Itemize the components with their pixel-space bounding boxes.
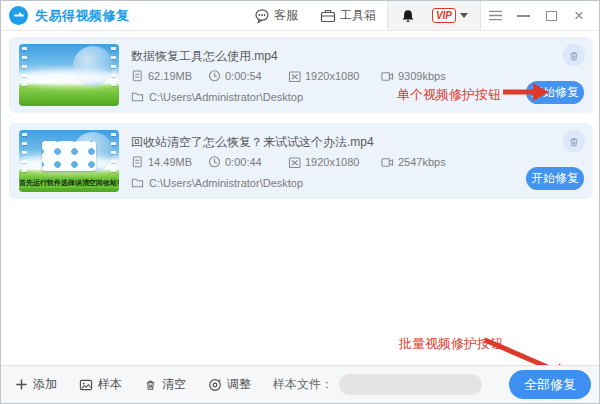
- plus-icon: [15, 378, 28, 391]
- chevron-down-icon: [460, 13, 468, 18]
- folder-icon: [131, 176, 144, 189]
- toolbox-icon: [320, 8, 336, 24]
- bottom-toolbar: 添加 样本 清空 调整 样本文件： 全部修复: [1, 365, 599, 403]
- file-size-icon: [131, 69, 144, 83]
- trash-icon: [568, 135, 580, 148]
- file-path: C:\Users\Administrator\Desktop: [149, 91, 303, 103]
- video-thumbnail: [19, 44, 119, 106]
- bitrate-film-icon: [380, 70, 394, 83]
- annotation-single-repair: 单个视频修护按钮: [397, 86, 501, 104]
- vip-menu[interactable]: VIP: [432, 8, 468, 23]
- repair-all-button[interactable]: 全部修复: [509, 370, 591, 399]
- file-duration: 0:00:44: [225, 156, 262, 168]
- folder-icon: [131, 90, 144, 103]
- repair-single-button[interactable]: 开始修复: [526, 81, 584, 104]
- titlebar-right: 客服 工具箱 VIP ×: [243, 1, 599, 30]
- file-path-row: C:\Users\Administrator\Desktop: [131, 90, 303, 103]
- image-icon: [79, 378, 93, 392]
- window-controls: ×: [481, 1, 599, 31]
- toolbox-label: 工具箱: [340, 7, 376, 24]
- app-logo-icon: [9, 6, 28, 25]
- clear-label: 清空: [162, 376, 186, 393]
- trash-icon: [568, 49, 580, 62]
- notification-bell-icon[interactable]: [400, 9, 416, 23]
- close-button[interactable]: ×: [565, 1, 593, 31]
- repair-single-button[interactable]: 开始修复: [526, 167, 584, 190]
- resolution-icon: [288, 156, 301, 169]
- app-window: 失易得视频修复 客服 工具箱 VIP: [0, 0, 600, 404]
- file-meta-row: 14.49MB 0:00:44 1920x1080 2547kbps: [131, 155, 446, 169]
- main-menu-button[interactable]: [481, 1, 509, 31]
- video-thumbnail: 首先运行软件选择误清空回收站功能: [19, 130, 119, 192]
- file-meta-row: 62.19MB 0:00:54 1920x1080 9309kbps: [131, 69, 446, 83]
- file-path-row: C:\Users\Administrator\Desktop: [131, 176, 303, 189]
- titlebar-left: 失易得视频修复: [1, 6, 130, 25]
- trash-icon: [144, 378, 157, 391]
- titlebar: 失易得视频修复 客服 工具箱 VIP: [1, 1, 599, 31]
- thumbnail-desktop-icons: [22, 133, 27, 175]
- hamburger-menu-icon: [488, 9, 503, 22]
- bitrate-film-icon: [380, 156, 394, 169]
- sample-button[interactable]: 样本: [79, 376, 122, 393]
- file-name: 数据恢复工具怎么使用.mp4: [131, 48, 278, 65]
- file-bitrate: 9309kbps: [398, 70, 446, 82]
- annotation-batch-repair: 批量视频修护按钮: [399, 335, 503, 353]
- toolbox-button[interactable]: 工具箱: [309, 1, 387, 30]
- thumbnail-desktop-icons: [22, 47, 27, 89]
- add-label: 添加: [33, 376, 57, 393]
- file-size: 14.49MB: [148, 156, 192, 168]
- close-icon: ×: [574, 7, 584, 24]
- minimize-icon: [517, 15, 530, 17]
- maximize-button[interactable]: [537, 1, 565, 31]
- thumbnail-dialog: [42, 141, 96, 171]
- minimize-button[interactable]: [509, 1, 537, 31]
- file-bitrate: 2547kbps: [398, 156, 446, 168]
- adjust-dial-icon: [208, 378, 222, 392]
- adjust-label: 调整: [227, 376, 251, 393]
- resolution-icon: [288, 70, 301, 83]
- video-file-row: 首先运行软件选择误清空回收站功能 回收站清空了怎么恢复？来试试这个办法.mp4 …: [9, 123, 593, 199]
- vip-badge: VIP: [432, 8, 456, 23]
- maximize-icon: [546, 11, 557, 21]
- file-path: C:\Users\Administrator\Desktop: [149, 177, 303, 189]
- delete-file-button[interactable]: [563, 44, 585, 66]
- sample-label: 样本: [98, 376, 122, 393]
- file-resolution: 1920x1080: [305, 70, 359, 82]
- speech-bubble-icon: [254, 8, 270, 24]
- customer-service-button[interactable]: 客服: [243, 1, 309, 30]
- titlebar-gray-zone: VIP: [387, 1, 481, 30]
- adjust-button[interactable]: 调整: [208, 376, 251, 393]
- app-title: 失易得视频修复: [35, 7, 130, 25]
- clear-button[interactable]: 清空: [144, 376, 186, 393]
- add-button[interactable]: 添加: [15, 376, 57, 393]
- file-name: 回收站清空了怎么恢复？来试试这个办法.mp4: [131, 134, 374, 151]
- delete-file-button[interactable]: [563, 130, 585, 152]
- thumbnail-desktop-icons: [111, 47, 116, 89]
- video-file-row: 数据恢复工具怎么使用.mp4 62.19MB 0:00:54 1920x1080…: [9, 37, 593, 113]
- sample-file-label: 样本文件：: [273, 376, 333, 393]
- duration-clock-icon: [208, 155, 221, 169]
- thumbnail-clouds: [19, 70, 119, 86]
- thumbnail-desktop-icons: [111, 133, 116, 175]
- file-size-icon: [131, 155, 144, 169]
- thumbnail-banner-text: 首先运行软件选择误清空回收站功能: [19, 177, 119, 188]
- file-duration: 0:00:54: [225, 70, 262, 82]
- customer-service-label: 客服: [274, 7, 298, 24]
- file-size: 62.19MB: [148, 70, 192, 82]
- duration-clock-icon: [208, 69, 221, 83]
- sample-file-input[interactable]: [339, 374, 482, 395]
- file-resolution: 1920x1080: [305, 156, 359, 168]
